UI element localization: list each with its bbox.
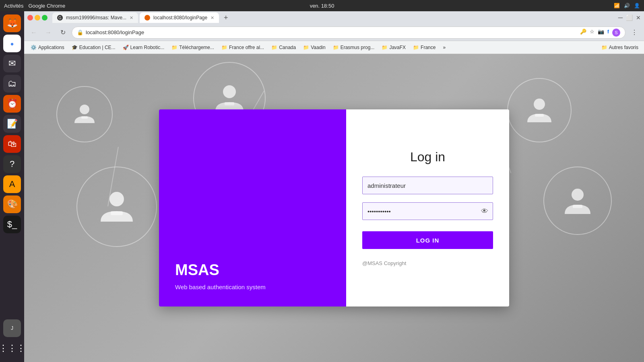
bookmark-apps-label: Applications	[38, 45, 64, 50]
taskbar-icon-javaee[interactable]: J	[3, 319, 21, 337]
password-input[interactable]	[362, 202, 493, 220]
bookmark-france[interactable]: 📁 France	[410, 43, 439, 52]
bookmark-javafx[interactable]: 📁 JavaFX	[378, 43, 409, 52]
login-button[interactable]: LOG IN	[362, 231, 493, 249]
svg-point-6	[534, 99, 545, 110]
username-input[interactable]	[362, 177, 493, 194]
close-window-icon[interactable]: ✕	[636, 14, 641, 21]
tab-github[interactable]: G mssm199996/msas: Mave... ✕	[52, 12, 138, 23]
login-brand-title: MSAS	[175, 261, 330, 279]
login-heading: Log in	[410, 150, 445, 165]
address-bar[interactable]: 🔒 localhost:8080/loginPage 🔑 ☆ 📷 f S	[72, 27, 625, 39]
svg-point-0	[80, 105, 89, 114]
toggle-password-icon[interactable]: 👁	[481, 207, 488, 216]
reload-button[interactable]: ↻	[57, 27, 68, 38]
bookmark-javafx-label: JavaFX	[389, 45, 406, 50]
taskbar-icon-amazon[interactable]: A	[3, 175, 21, 193]
login-brand-subtitle: Web based authentication system	[175, 284, 330, 290]
taskbar-icon-terminal[interactable]: $_	[3, 216, 21, 233]
os-topbar-left: Activités Google Chrome	[4, 3, 65, 9]
bookmark-education[interactable]: 🎓 Education | CE...	[68, 43, 119, 52]
bookmark-telechargement-label: Téléchargeme...	[179, 45, 214, 50]
password-group: 👁	[362, 202, 493, 220]
lock-icon: 🔒	[77, 29, 83, 35]
svg-rect-1	[81, 116, 88, 119]
taskbar-icon-mail[interactable]: ✉	[3, 55, 21, 72]
svg-rect-9	[573, 205, 582, 208]
forward-button[interactable]: →	[43, 27, 54, 38]
login-left-panel: MSAS Web based authentication system	[159, 109, 346, 306]
new-tab-button[interactable]: +	[221, 12, 231, 23]
username-group	[362, 177, 493, 194]
facebook-icon[interactable]: f	[607, 29, 609, 37]
browser-window: G mssm199996/msas: Mave... ✕ localhost:8…	[24, 11, 644, 362]
taskbar-icon-firefox[interactable]: 🦊	[3, 14, 21, 32]
bookmark-france-offre-label: France offre al...	[229, 45, 264, 50]
bookmark-robotics[interactable]: 🚀 Learn Robotic...	[120, 43, 168, 52]
minimize-icon[interactable]: ─	[618, 14, 623, 21]
screenshot-icon[interactable]: 📷	[598, 29, 604, 37]
bookmark-more[interactable]: »	[440, 43, 449, 52]
address-text: localhost:8080/loginPage	[86, 29, 144, 35]
bookmark-javafx-icon: 📁	[382, 45, 388, 50]
page-content: MSAS Web based authentication system Log…	[24, 54, 644, 362]
taskbar-icon-files[interactable]: 🗂	[3, 75, 21, 93]
bookmark-autres-label: Autres favoris	[609, 45, 638, 50]
bookmark-apps-icon: ⚙️	[31, 45, 37, 50]
window-maximize[interactable]	[42, 15, 47, 21]
login-right-panel: Log in 👁 LOG IN @MSAS Copyright	[346, 109, 509, 306]
network-icon: 📶	[614, 3, 620, 8]
taskbar-icon-help[interactable]: ?	[3, 155, 21, 173]
os-topbar-clock: ven. 18:50	[310, 3, 334, 9]
user-icon: 👤	[634, 3, 640, 8]
tab-github-close[interactable]: ✕	[130, 15, 133, 21]
window-close[interactable]	[27, 15, 33, 21]
bookmark-telechargement[interactable]: 📁 Téléchargeme...	[168, 43, 217, 52]
person-circle-4	[507, 78, 572, 142]
bookmark-france-offre-icon: 📁	[221, 45, 227, 50]
taskbar-icon-clock[interactable]: ⏰	[3, 95, 21, 113]
bookmark-erasmus[interactable]: 📁 Erasmus prog...	[330, 43, 378, 52]
login-copyright: @MSAS Copyright	[362, 260, 406, 266]
tab-github-label: mssm199996/msas: Mave...	[66, 15, 126, 21]
browser-toolbar: ← → ↻ 🔒 localhost:8080/loginPage 🔑 ☆ 📷 f…	[24, 24, 644, 41]
bookmark-france-offre[interactable]: 📁 France offre al...	[218, 43, 267, 52]
bookmark-autres[interactable]: 📁 Autres favoris	[599, 43, 641, 52]
user-profile-icon[interactable]: S	[612, 29, 620, 37]
taskbar-icon-chrome[interactable]: ●	[3, 35, 21, 52]
bookmark-vaadin[interactable]: 📁 Vaadin	[300, 43, 328, 52]
svg-point-4	[109, 192, 124, 206]
bookmarks-bar: ⚙️ Applications 🎓 Education | CE... 🚀 Le…	[24, 41, 644, 54]
os-topbar-right: 📶 🔊 👤	[614, 3, 640, 8]
restore-icon[interactable]: ⬜	[626, 14, 633, 21]
taskbar-icon-store[interactable]: 🛍	[3, 135, 21, 153]
window-minimize[interactable]	[35, 15, 40, 21]
bookmark-robotics-label: Learn Robotic...	[130, 45, 165, 50]
login-form: 👁 LOG IN	[362, 177, 493, 249]
login-card: MSAS Web based authentication system Log…	[159, 109, 509, 306]
bookmark-canada-label: Canada	[279, 45, 296, 50]
back-button[interactable]: ←	[28, 27, 39, 38]
activities-label[interactable]: Activités	[4, 3, 23, 9]
volume-icon: 🔊	[624, 3, 630, 8]
window-controls	[27, 15, 47, 21]
person-icon-5	[563, 186, 593, 216]
key-icon[interactable]: 🔑	[580, 29, 586, 37]
taskbar-icon-apps[interactable]: ⋮⋮⋮	[3, 339, 21, 357]
svg-rect-5	[111, 211, 123, 215]
bookmark-canada[interactable]: 📁 Canada	[268, 43, 299, 52]
bookmark-france-icon: 📁	[413, 45, 419, 50]
taskbar-icon-writer[interactable]: 📝	[3, 115, 21, 133]
extensions-button[interactable]: ⋮	[629, 27, 640, 38]
person-icon-3	[99, 189, 135, 225]
os-topbar: Activités Google Chrome ven. 18:50 📶 🔊 👤	[0, 0, 644, 11]
person-icon-1	[72, 102, 97, 126]
bookmark-france-label: France	[421, 45, 436, 50]
star-icon[interactable]: ☆	[590, 29, 594, 37]
address-bar-icons: 🔑 ☆ 📷 f S	[580, 29, 620, 37]
taskbar-icon-blender[interactable]: 🎨	[3, 195, 21, 213]
person-icon-4	[525, 96, 553, 124]
tab-localhost[interactable]: localhost:8080/loginPage ✕	[140, 12, 219, 23]
tab-localhost-close[interactable]: ✕	[211, 15, 214, 21]
bookmark-apps[interactable]: ⚙️ Applications	[27, 43, 68, 52]
